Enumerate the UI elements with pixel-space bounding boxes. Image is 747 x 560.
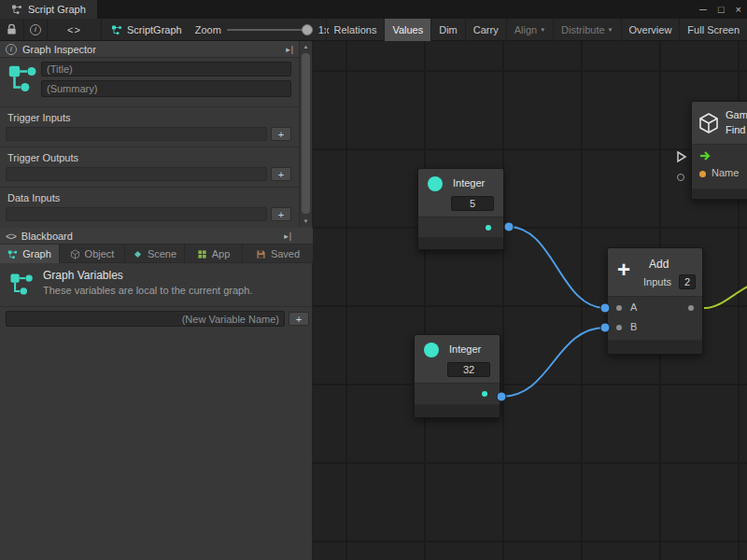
- saved-tab-icon: [256, 249, 266, 259]
- integer-value-field[interactable]: 5: [451, 196, 494, 211]
- add-trigger-input-button[interactable]: +: [271, 127, 291, 141]
- blackboard-tabs: Graph Object Scene App Saved: [0, 245, 313, 263]
- add-node[interactable]: + Add Inputs 2 A B: [607, 247, 703, 355]
- button-label: Distribute: [561, 24, 604, 35]
- align-button[interactable]: Align ▼: [506, 19, 553, 41]
- dock-icon[interactable]: ▸|: [286, 45, 294, 54]
- inputs-count-field[interactable]: 2: [679, 274, 696, 289]
- relations-button[interactable]: Relations: [326, 19, 385, 41]
- scroll-down-icon[interactable]: ▼: [300, 216, 312, 227]
- button-label: Dim: [439, 24, 458, 35]
- toolbar-left-group: i <> ScriptGraph Zoom 1x: [0, 19, 332, 41]
- chevron-down-icon: ▼: [540, 27, 545, 33]
- divider: [0, 106, 300, 107]
- add-icon: +: [617, 259, 630, 281]
- divider: [0, 306, 313, 307]
- connection-dot[interactable]: [504, 222, 514, 231]
- zoom-slider-handle[interactable]: [302, 24, 313, 35]
- input-port-b[interactable]: [616, 325, 622, 330]
- scroll-up-icon[interactable]: ▲: [300, 41, 312, 52]
- overview-button[interactable]: Overview: [621, 19, 680, 41]
- unity-script-graph-window: Script Graph ─ □ × i <> ScriptGraph Zoo: [0, 0, 747, 560]
- trigger-inputs-list: [6, 127, 267, 141]
- button-label: Align: [514, 24, 537, 35]
- control-input-port[interactable]: [676, 150, 687, 163]
- scrollbar-thumb[interactable]: [302, 53, 310, 214]
- node-header: Integer 5: [418, 169, 503, 217]
- carry-button[interactable]: Carry: [465, 19, 506, 41]
- graph-title-field[interactable]: [41, 62, 291, 77]
- add-trigger-output-button[interactable]: +: [271, 167, 291, 181]
- wire-integer1-to-a: [509, 227, 605, 308]
- close-icon[interactable]: ×: [736, 4, 741, 15]
- integer-node-1[interactable]: Integer 5: [417, 168, 504, 250]
- graph-canvas[interactable]: Integer 5 Integer 32 + Add: [313, 41, 747, 560]
- node-title: Integer: [453, 177, 485, 189]
- script-graph-tab[interactable]: Script Graph: [0, 0, 97, 19]
- values-button[interactable]: Values: [384, 19, 430, 41]
- maximize-icon[interactable]: □: [718, 4, 725, 15]
- tab-object[interactable]: Object: [60, 245, 125, 263]
- object-tab-icon: [70, 249, 80, 259]
- tab-label: Object: [85, 248, 115, 259]
- tab-scene[interactable]: Scene: [125, 245, 185, 263]
- pane-title: Blackboard: [21, 231, 73, 242]
- zoom-slider[interactable]: [227, 29, 313, 31]
- tab-label: Scene: [148, 248, 176, 259]
- graph-summary-field[interactable]: [41, 80, 291, 97]
- node-type-label: GameObject: [726, 109, 747, 120]
- node-header: Integer 32: [415, 335, 500, 384]
- graph-inspector-header[interactable]: i Graph Inspector ▸|: [0, 41, 300, 58]
- integer-value-field[interactable]: 32: [447, 362, 490, 377]
- graph-reference[interactable]: ScriptGraph: [102, 24, 191, 35]
- info-icon: i: [6, 44, 17, 55]
- graph-variables-title: Graph Variables: [43, 269, 123, 282]
- window-titlebar: Script Graph ─ □ ×: [0, 0, 747, 19]
- inspect-button[interactable]: i: [24, 19, 48, 41]
- dock-icon[interactable]: ▸|: [284, 231, 292, 241]
- blackboard-header[interactable]: <> Blackboard ▸|: [0, 228, 313, 245]
- button-label: Overview: [629, 24, 672, 35]
- integer-output-port[interactable]: [482, 391, 487, 397]
- integer-node-2[interactable]: Integer 32: [414, 334, 500, 418]
- port-a-label: A: [630, 301, 637, 313]
- node-body: A B: [608, 297, 702, 341]
- node-header: + Add Inputs 2: [608, 248, 702, 297]
- button-label: Relations: [334, 24, 377, 35]
- fullscreen-button[interactable]: Full Screen: [679, 19, 747, 41]
- input-port-a[interactable]: [616, 305, 622, 311]
- toolbar-right-group: Relations Values Dim Carry Align ▼ Distr…: [326, 19, 747, 41]
- name-input-port[interactable]: [699, 171, 706, 177]
- find-node[interactable]: GameObject Find Name: [691, 101, 747, 200]
- graph-logo-icon: [7, 62, 38, 97]
- add-data-input-button[interactable]: +: [271, 207, 291, 221]
- sum-output-port[interactable]: [688, 305, 694, 311]
- node-footer: [608, 340, 702, 354]
- tab-saved[interactable]: Saved: [243, 245, 313, 263]
- integer-output-port[interactable]: [486, 225, 491, 231]
- tab-app[interactable]: App: [185, 245, 243, 263]
- lock-icon: [6, 23, 18, 35]
- object-input-port[interactable]: [677, 174, 684, 181]
- distribute-button[interactable]: Distribute ▼: [553, 19, 620, 41]
- divider: [0, 147, 300, 147]
- sidebar: i Graph Inspector ▸| Trigger Inputs + Tr…: [0, 41, 313, 560]
- code-icon: <>: [67, 24, 81, 35]
- node-footer: [415, 404, 500, 417]
- pane-title: Graph Inspector: [22, 44, 96, 55]
- inspector-scrollbar[interactable]: ▲ ▼: [299, 41, 312, 227]
- node-header: GameObject Find: [692, 102, 747, 145]
- dim-button[interactable]: Dim: [430, 19, 465, 41]
- port-b-label: B: [630, 321, 637, 332]
- app-tab-icon: [197, 249, 207, 259]
- integer-type-icon: [424, 343, 439, 357]
- tab-graph[interactable]: Graph: [0, 245, 60, 263]
- lock-button[interactable]: [0, 19, 24, 41]
- info-icon: i: [30, 24, 41, 35]
- wire-add-output: [704, 280, 747, 308]
- button-label: Full Screen: [687, 24, 740, 35]
- minimize-icon[interactable]: ─: [699, 4, 707, 15]
- new-variable-input[interactable]: [6, 311, 285, 327]
- add-variable-button[interactable]: +: [289, 312, 309, 326]
- edit-source-button[interactable]: <>: [48, 19, 102, 41]
